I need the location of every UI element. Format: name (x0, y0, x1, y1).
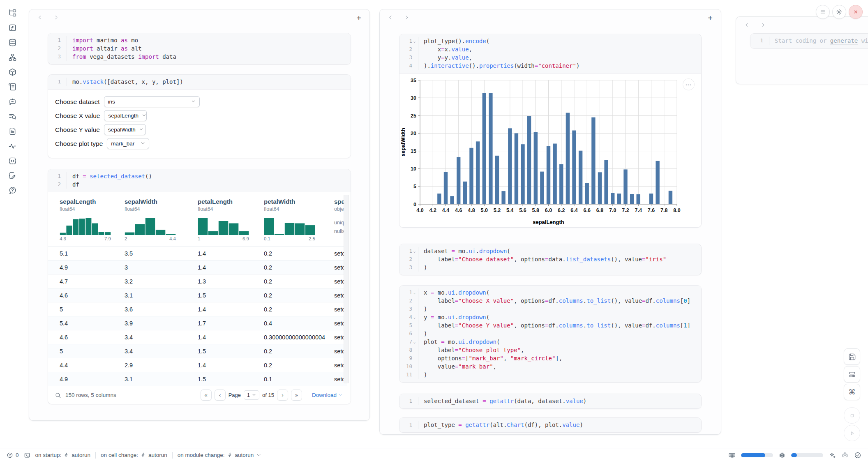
packages-icon[interactable] (7, 67, 18, 77)
line-number: 4⌄ (399, 313, 418, 321)
functions-icon[interactable] (7, 22, 18, 33)
code-editor[interactable]: 1⌄plot_type().encode(2 x=x.value,3 y=y.v… (399, 34, 701, 73)
cell-dataset-dropdown[interactable]: 1⌄dataset = mo.ui.dropdown(2 label="Choo… (399, 244, 702, 275)
error-count-indicator[interactable]: 0 (7, 452, 19, 459)
layout-toggle-button[interactable] (844, 366, 860, 383)
notebook-column-left: + 1import marimo as mo2import altair as … (29, 9, 370, 421)
ai-assistant-icon[interactable] (841, 452, 849, 459)
code-editor[interactable]: 1df = selected_dataset()2df (48, 169, 351, 192)
stop-kernel-button[interactable] (844, 407, 860, 424)
file-explorer-icon[interactable] (7, 7, 18, 18)
command-palette-button[interactable]: ⌘ (844, 384, 860, 400)
cpu-usage-bar[interactable] (791, 453, 823, 457)
svg-text:5.0: 5.0 (481, 207, 488, 213)
scratchpad-code-editor[interactable]: 1Start coding or generate with AI (750, 34, 868, 48)
first-page-button[interactable]: « (201, 390, 212, 401)
table-row[interactable]: 5.13.51.40.2setosa (48, 246, 347, 260)
prev-page-button[interactable]: ‹ (215, 390, 226, 401)
cell-vstack[interactable]: 1mo.vstack([dataset, x, y, plot]) Choose… (48, 74, 351, 158)
code-editor[interactable]: 1⌄dataset = mo.ui.dropdown(2 label="Choo… (399, 244, 701, 275)
run-all-button[interactable] (844, 425, 860, 441)
table-row[interactable]: 4.63.41.40.30000000000000004setosa (48, 330, 347, 344)
column-collapse-left-icon[interactable] (744, 22, 750, 29)
code-editor[interactable]: 1⌄x = mo.ui.dropdown(2 label="Choose X v… (399, 286, 701, 382)
close-scratchpad-button[interactable] (849, 5, 863, 19)
runtime-config-2[interactable]: on cell change:autorun (101, 452, 167, 458)
svg-text:4.0: 4.0 (416, 207, 423, 213)
code-line: 2 x=x.value, (399, 45, 701, 53)
table-footer: 150 rows, 5 columns « ‹ Page 1 of 15 › » (48, 386, 351, 404)
column-collapse-left-icon[interactable] (388, 14, 393, 22)
plot-type-select[interactable]: mark_bar (107, 138, 149, 149)
ai-chat-icon[interactable] (7, 96, 18, 107)
logs-icon[interactable] (7, 81, 18, 92)
connection-status-icon[interactable] (854, 452, 861, 459)
memory-usage-bar[interactable] (741, 453, 773, 457)
search-icon[interactable] (7, 111, 18, 122)
table-row[interactable]: 53.61.40.2setosa (48, 302, 347, 316)
tracing-icon[interactable] (7, 141, 18, 151)
code-editor[interactable]: 1plot_type = getattr(alt.Chart(df), plot… (399, 418, 701, 432)
x-value-select[interactable]: sepalLength (104, 110, 147, 121)
chart-menu-button[interactable]: ••• (683, 78, 695, 90)
ai-sparkles-icon[interactable] (829, 452, 836, 459)
cell-imports[interactable]: 1import marimo as mo2import altair as al… (48, 33, 351, 65)
table-row[interactable]: 4.73.21.30.2setosa (48, 274, 347, 288)
add-column-button[interactable]: + (708, 16, 713, 21)
table-search-icon[interactable] (55, 392, 61, 399)
dependency-graph-icon[interactable] (7, 52, 18, 62)
chevron-down-icon (191, 99, 196, 105)
table-row[interactable]: 53.41.50.2setosa (48, 344, 347, 358)
scratchpad-icon[interactable] (7, 170, 18, 181)
cell-dataframe[interactable]: 1df = selected_dataset()2df sepalLengthf… (48, 169, 351, 404)
svg-text:6.4: 6.4 (570, 207, 577, 213)
column-collapse-left-icon[interactable] (37, 14, 43, 22)
terminal-button[interactable] (24, 452, 30, 459)
code-editor[interactable]: 1selected_dataset = getattr(data, datase… (399, 394, 701, 408)
save-button[interactable] (844, 348, 860, 365)
svg-text:5.6: 5.6 (519, 207, 526, 213)
help-icon[interactable] (7, 185, 18, 196)
cell-chart[interactable]: 1⌄plot_type().encode(2 x=x.value,3 y=y.v… (399, 34, 702, 228)
column-expand-right-icon[interactable] (53, 14, 59, 22)
table-row[interactable]: 4.931.40.2setosa (48, 260, 347, 274)
code-editor[interactable]: 1mo.vstack([dataset, x, y, plot]) (48, 75, 351, 89)
settings-gear-icon[interactable] (832, 5, 846, 19)
table-scrollbar[interactable] (344, 195, 349, 383)
line-number: 3 (399, 305, 418, 313)
column-header-petalWidth[interactable]: petalWidthfloat640.12.5 (264, 198, 334, 245)
table-row[interactable]: 4.42.91.40.2setosa (48, 358, 347, 372)
chevron-down-icon (142, 113, 146, 119)
last-page-button[interactable]: » (291, 390, 302, 401)
notebook-menu-button[interactable] (816, 5, 830, 19)
download-button[interactable]: Download (312, 392, 342, 398)
code-line: 4⌄y = mo.ui.dropdown( (399, 313, 701, 321)
cell-plot-type[interactable]: 1plot_type = getattr(alt.Chart(df), plot… (399, 417, 702, 433)
svg-text:6.0: 6.0 (545, 207, 552, 213)
snippets-icon[interactable] (7, 155, 18, 166)
documentation-icon[interactable] (7, 126, 18, 136)
y-value-select[interactable]: sepalWidth (104, 124, 146, 135)
next-page-button[interactable]: › (277, 390, 288, 401)
scratchpad-cell[interactable]: 1Start coding or generate with AI (750, 33, 868, 48)
cell-xy-plot-dropdowns[interactable]: 1⌄x = mo.ui.dropdown(2 label="Choose X v… (399, 285, 702, 383)
chart-output: 4.04.24.44.64.85.05.25.45.65.86.06.26.46… (399, 73, 701, 227)
table-row[interactable]: 5.43.91.70.4setosa (48, 316, 347, 330)
column-header-sepalWidth[interactable]: sepalWidthfloat6424.4 (125, 198, 198, 245)
dataset-select[interactable]: iris (104, 96, 200, 107)
column-expand-right-icon[interactable] (760, 22, 766, 29)
line-number: 2 (399, 255, 418, 263)
bar-chart[interactable]: 4.04.24.44.64.85.05.25.45.65.86.06.26.46… (399, 74, 701, 228)
column-header-sepalLength[interactable]: sepalLengthfloat644.37.9 (60, 198, 125, 245)
table-row[interactable]: 4.63.11.50.2setosa (48, 288, 347, 302)
table-row[interactable]: 4.93.11.50.1setosa (48, 372, 347, 386)
add-column-button[interactable]: + (356, 16, 361, 21)
column-expand-right-icon[interactable] (404, 14, 409, 22)
column-header-petalLength[interactable]: petalLengthfloat6416.9 (198, 198, 264, 245)
datasources-icon[interactable] (7, 37, 18, 48)
runtime-config-3[interactable]: on module change:autorun (178, 452, 262, 458)
cell-selected-dataset[interactable]: 1selected_dataset = getattr(data, datase… (399, 394, 702, 409)
page-select[interactable]: 1 (244, 390, 259, 400)
runtime-config-1[interactable]: on startup:autorun (35, 452, 91, 458)
code-editor[interactable]: 1import marimo as mo2import altair as al… (48, 33, 351, 64)
